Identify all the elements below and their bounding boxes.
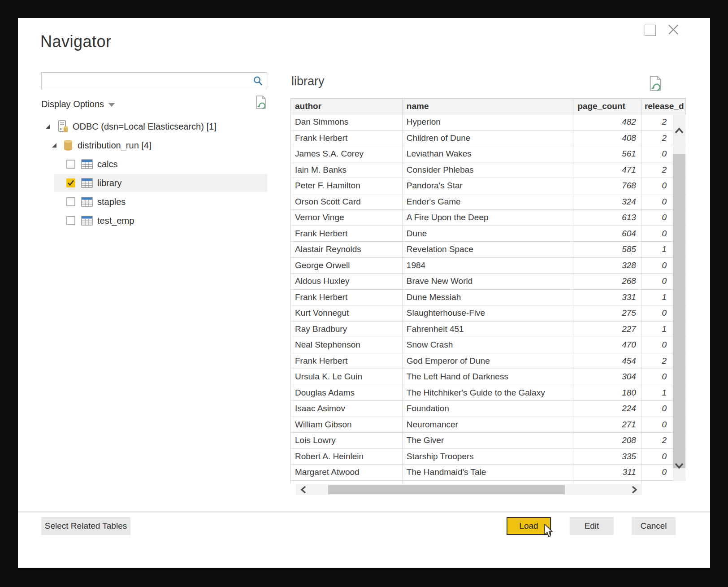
table-cell: The Giver (403, 433, 573, 448)
vertical-scrollbar-thumb[interactable] (673, 154, 685, 468)
checkbox-unchecked[interactable] (66, 197, 75, 206)
table-cell: Robert A. Heinlein (291, 449, 403, 465)
table-cell: 470 (573, 337, 641, 353)
table-row-partial (291, 481, 686, 484)
table-row: Ray BradburyFahrenheit 4512271 (291, 322, 686, 338)
table-cell: Frank Herbert (291, 290, 403, 305)
tree-item-label: calcs (97, 155, 118, 173)
scroll-left-icon[interactable] (299, 485, 308, 496)
search-input[interactable] (45, 73, 251, 89)
table-cell: Hyperion (403, 114, 573, 130)
expand-arrow-icon[interactable] (46, 124, 50, 129)
search-icon (253, 76, 264, 88)
table-row: Lois LowryThe Giver2082 (291, 433, 686, 449)
expand-arrow-icon[interactable] (52, 143, 56, 148)
table-cell: 585 (573, 242, 641, 257)
table-row: Iain M. BanksConsider Phlebas4712 (291, 162, 686, 178)
table-body: Dan SimmonsHyperion4822Frank HerbertChil… (291, 114, 686, 481)
table-row: George Orwell19843280 (291, 258, 686, 274)
table-cell: 1984 (403, 258, 573, 274)
checkbox-unchecked[interactable] (66, 160, 75, 169)
tree-item-table-test_emp[interactable]: test_emp (45, 212, 267, 230)
checkbox-checked[interactable] (66, 178, 75, 187)
edit-button[interactable]: Edit (570, 517, 614, 535)
table-cell: 311 (573, 465, 641, 480)
table-cell: Margaret Atwood (291, 465, 403, 480)
table-cell: 604 (573, 226, 641, 242)
tree-item-table-calcs[interactable]: calcs (45, 155, 267, 173)
table-row: Frank HerbertGod Emperor of Dune4542 (291, 353, 686, 370)
tree-item-table-staples[interactable]: staples (45, 193, 267, 211)
scroll-right-icon[interactable] (630, 485, 638, 496)
table-row: Dan SimmonsHyperion4822 (291, 114, 686, 130)
select-related-tables-button[interactable]: Select Related Tables (41, 517, 130, 535)
scroll-up-icon[interactable] (674, 126, 685, 137)
table-cell: The Left Hand of Darkness (403, 369, 573, 385)
tree-item-label: staples (97, 193, 126, 211)
table-cell: Dan Simmons (291, 114, 403, 130)
tree-item-odbc-source[interactable]: ODBC (dsn=Local Elasticsearch) [1] (45, 117, 267, 135)
page-title: Navigator (40, 32, 112, 51)
table-row: Peter F. HamiltonPandora's Star7680 (291, 178, 686, 194)
table-cell: Frank Herbert (291, 353, 403, 369)
table-cell: George Orwell (291, 258, 403, 274)
tree-item-table-library[interactable]: library (45, 174, 267, 192)
database-icon (63, 136, 74, 154)
refresh-preview-icon[interactable] (648, 75, 663, 94)
horizontal-scrollbar[interactable] (296, 484, 642, 495)
cancel-button[interactable]: Cancel (632, 517, 676, 535)
table-cell: 482 (573, 114, 641, 130)
checkbox-unchecked[interactable] (66, 216, 75, 225)
tree-item-database[interactable]: distribution_run [4] (45, 136, 267, 154)
load-button[interactable]: Load (507, 517, 551, 535)
table-row: Margaret AtwoodThe Handmaid's Tale3110 (291, 465, 686, 481)
table-cell: 224 (573, 401, 641, 417)
chevron-down-icon (108, 103, 115, 107)
table-cell: 304 (573, 369, 641, 385)
table-cell: Slaughterhouse-Five (403, 305, 573, 321)
table-row: Neal StephensonSnow Crash4700 (291, 337, 686, 353)
table-cell: 561 (573, 146, 641, 162)
table-row: Alastair ReynoldsRevelation Space5851 (291, 242, 686, 258)
table-icon (81, 193, 93, 211)
vertical-scrollbar[interactable] (673, 115, 685, 481)
table-cell: Frank Herbert (291, 226, 403, 242)
table-cell: Starship Troopers (403, 449, 573, 465)
display-options-dropdown[interactable]: Display Options (41, 98, 115, 110)
table-cell: 331 (573, 290, 641, 305)
close-icon[interactable] (667, 23, 680, 36)
table-cell: Kurt Vonnegut (291, 305, 403, 321)
table-cell: Neal Stephenson (291, 337, 403, 353)
table-cell: Iain M. Banks (291, 162, 403, 178)
table-cell: 613 (573, 210, 641, 226)
table-cell: Neuromancer (403, 417, 573, 433)
table-cell: 268 (573, 274, 641, 289)
table-row: Frank HerbertChildren of Dune4082 (291, 130, 686, 147)
table-cell: A Fire Upon the Deep (403, 210, 573, 226)
table-cell: 335 (573, 449, 641, 465)
table-cell: Aldous Huxley (291, 274, 403, 289)
tree-item-label: library (97, 174, 121, 192)
display-options-label: Display Options (41, 99, 104, 109)
table-cell: Vernor Vinge (291, 210, 403, 226)
table-icon (81, 174, 93, 192)
table-cell: Ender's Game (403, 194, 573, 210)
column-header: release_d (641, 99, 686, 114)
table-cell: Douglas Adams (291, 385, 403, 401)
column-header: page_count (573, 99, 641, 114)
table-cell: 328 (573, 258, 641, 274)
maximize-icon[interactable] (645, 25, 656, 36)
table-cell: The Hitchhiker's Guide to the Galaxy (403, 385, 573, 401)
table-cell: Snow Crash (403, 337, 573, 353)
table-row: Ursula K. Le GuinThe Left Hand of Darkne… (291, 369, 686, 385)
table-cell: Lois Lowry (291, 433, 403, 448)
server-database-icon (56, 117, 70, 135)
refresh-icon[interactable] (255, 95, 268, 112)
table-cell: 408 (573, 130, 641, 146)
tree-item-label: test_emp (97, 212, 134, 230)
scroll-down-icon[interactable] (674, 461, 685, 472)
table-icon (81, 212, 93, 230)
table-cell: God Emperor of Dune (403, 353, 573, 369)
table-cell: Pandora's Star (403, 178, 573, 194)
horizontal-scrollbar-thumb[interactable] (328, 485, 565, 494)
